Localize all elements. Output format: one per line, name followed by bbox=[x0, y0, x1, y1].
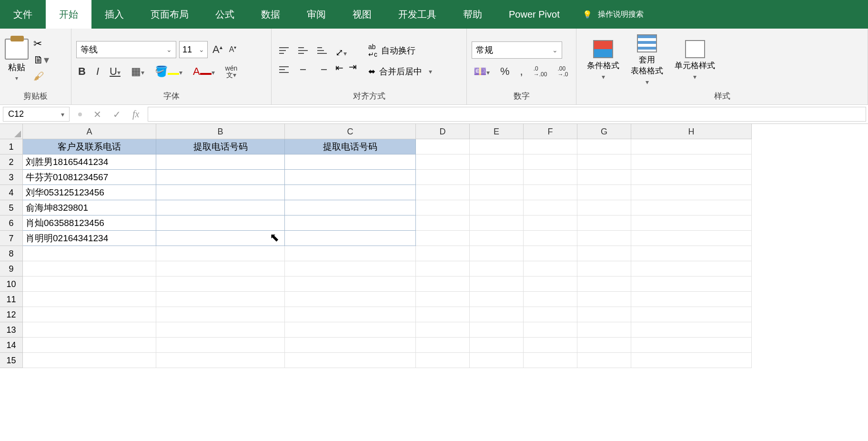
col-header-H[interactable]: H bbox=[631, 124, 752, 139]
tab-公式[interactable]: 公式 bbox=[202, 0, 248, 29]
cell-D14[interactable] bbox=[416, 338, 470, 353]
cell-A11[interactable] bbox=[23, 292, 156, 307]
cell-E15[interactable] bbox=[470, 353, 524, 368]
tell-me-search[interactable]: 💡 操作说明搜索 bbox=[573, 0, 653, 29]
formula-input[interactable] bbox=[148, 107, 866, 122]
cell-H14[interactable] bbox=[631, 338, 752, 353]
cell-B5[interactable] bbox=[156, 200, 285, 215]
cell-B15[interactable] bbox=[156, 353, 285, 368]
cell-C9[interactable] bbox=[285, 261, 416, 277]
font-name-select[interactable]: 等线⌄ bbox=[76, 41, 176, 58]
cell-C5[interactable] bbox=[285, 200, 416, 215]
cell-D1[interactable] bbox=[416, 139, 470, 154]
tab-插入[interactable]: 插入 bbox=[91, 0, 137, 29]
comma-button[interactable]: , bbox=[518, 64, 525, 79]
tab-Power Pivot[interactable]: Power Pivot bbox=[495, 0, 573, 29]
cell-H5[interactable] bbox=[631, 200, 752, 215]
row-header-6[interactable]: 6 bbox=[0, 215, 23, 231]
col-header-A[interactable]: A bbox=[23, 124, 156, 139]
paste-icon[interactable] bbox=[5, 39, 29, 60]
row-header-1[interactable]: 1 bbox=[0, 139, 23, 154]
cell-G3[interactable] bbox=[577, 170, 631, 185]
cell-B13[interactable] bbox=[156, 322, 285, 338]
cell-D7[interactable] bbox=[416, 231, 470, 246]
copy-icon[interactable]: 🗎▾ bbox=[33, 54, 49, 66]
decrease-decimal-button[interactable]: .00→.0 bbox=[555, 65, 570, 78]
cell-F3[interactable] bbox=[524, 170, 577, 185]
cell-E12[interactable] bbox=[470, 307, 524, 322]
cell-B12[interactable] bbox=[156, 307, 285, 322]
cell-D4[interactable] bbox=[416, 185, 470, 200]
cell-C4[interactable] bbox=[285, 185, 416, 200]
cell-C1[interactable]: 提取电话号码 bbox=[285, 139, 416, 154]
cell-E5[interactable] bbox=[470, 200, 524, 215]
paste-button[interactable]: 粘贴 bbox=[8, 62, 25, 73]
cell-E3[interactable] bbox=[470, 170, 524, 185]
cell-D3[interactable] bbox=[416, 170, 470, 185]
cell-H4[interactable] bbox=[631, 185, 752, 200]
align-bottom-button[interactable] bbox=[314, 43, 330, 58]
cell-F12[interactable] bbox=[524, 307, 577, 322]
align-center-button[interactable] bbox=[295, 62, 311, 77]
cell-C14[interactable] bbox=[285, 338, 416, 353]
cell-G6[interactable] bbox=[577, 215, 631, 231]
cell-F7[interactable] bbox=[524, 231, 577, 246]
cell-B6[interactable] bbox=[156, 215, 285, 231]
cell-F5[interactable] bbox=[524, 200, 577, 215]
cell-F13[interactable] bbox=[524, 322, 577, 338]
cell-D2[interactable] bbox=[416, 154, 470, 170]
cell-G8[interactable] bbox=[577, 246, 631, 261]
cell-D13[interactable] bbox=[416, 322, 470, 338]
col-header-D[interactable]: D bbox=[416, 124, 470, 139]
row-header-10[interactable]: 10 bbox=[0, 277, 23, 292]
cut-icon[interactable]: ✂ bbox=[33, 38, 49, 50]
cell-F11[interactable] bbox=[524, 292, 577, 307]
cell-A9[interactable] bbox=[23, 261, 156, 277]
cell-C2[interactable] bbox=[285, 154, 416, 170]
cell-H13[interactable] bbox=[631, 322, 752, 338]
cell-H2[interactable] bbox=[631, 154, 752, 170]
row-header-11[interactable]: 11 bbox=[0, 292, 23, 307]
cell-F14[interactable] bbox=[524, 338, 577, 353]
cell-A2[interactable]: 刘胜男18165441234 bbox=[23, 154, 156, 170]
tab-开发工具[interactable]: 开发工具 bbox=[385, 0, 450, 29]
cell-C12[interactable] bbox=[285, 307, 416, 322]
cell-styles-button[interactable]: 单元格样式 ▾ bbox=[669, 40, 721, 81]
align-top-button[interactable] bbox=[276, 43, 292, 58]
tab-开始[interactable]: 开始 bbox=[46, 0, 91, 29]
cell-E1[interactable] bbox=[470, 139, 524, 154]
tab-视图[interactable]: 视图 bbox=[339, 0, 385, 29]
cell-A5[interactable]: 俞海坤8329801 bbox=[23, 200, 156, 215]
fx-icon[interactable]: fx bbox=[132, 109, 139, 120]
increase-indent-button[interactable]: ⇥ bbox=[349, 61, 357, 72]
cell-A14[interactable] bbox=[23, 338, 156, 353]
cell-H11[interactable] bbox=[631, 292, 752, 307]
cell-H10[interactable] bbox=[631, 277, 752, 292]
cell-D5[interactable] bbox=[416, 200, 470, 215]
cell-C7[interactable] bbox=[285, 231, 416, 246]
cell-H12[interactable] bbox=[631, 307, 752, 322]
cell-F8[interactable] bbox=[524, 246, 577, 261]
row-header-4[interactable]: 4 bbox=[0, 185, 23, 200]
cancel-icon[interactable]: ✕ bbox=[93, 109, 101, 120]
cell-D15[interactable] bbox=[416, 353, 470, 368]
cell-G9[interactable] bbox=[577, 261, 631, 277]
cell-D8[interactable] bbox=[416, 246, 470, 261]
cell-C15[interactable] bbox=[285, 353, 416, 368]
underline-button[interactable]: U▾ bbox=[108, 64, 122, 79]
cell-C8[interactable] bbox=[285, 246, 416, 261]
format-painter-icon[interactable]: 🖌 bbox=[33, 70, 49, 82]
cell-B4[interactable] bbox=[156, 185, 285, 200]
cell-H8[interactable] bbox=[631, 246, 752, 261]
cell-G2[interactable] bbox=[577, 154, 631, 170]
cell-E2[interactable] bbox=[470, 154, 524, 170]
row-header-5[interactable]: 5 bbox=[0, 200, 23, 215]
cell-F4[interactable] bbox=[524, 185, 577, 200]
cell-F1[interactable] bbox=[524, 139, 577, 154]
tab-文件[interactable]: 文件 bbox=[0, 0, 46, 29]
cell-A6[interactable]: 肖灿063588123456 bbox=[23, 215, 156, 231]
cell-F9[interactable] bbox=[524, 261, 577, 277]
cell-C13[interactable] bbox=[285, 322, 416, 338]
cell-C11[interactable] bbox=[285, 292, 416, 307]
col-header-G[interactable]: G bbox=[577, 124, 631, 139]
